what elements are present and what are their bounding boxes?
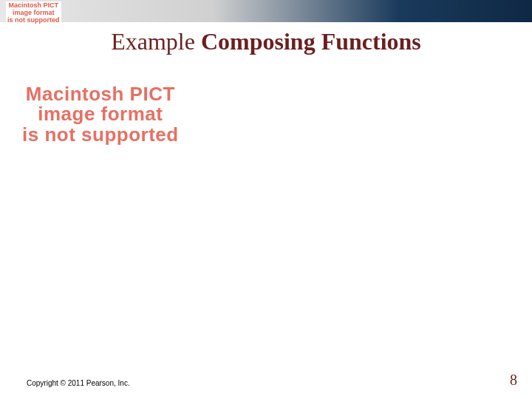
pict-error-small: Macintosh PICT image format is not suppo… [6,1,61,25]
pict-small-line3: is not supported [7,17,60,24]
pict-large-line1: Macintosh PICT [22,84,179,104]
title-light: Example [111,28,201,55]
pict-large-line3: is not supported [22,125,179,145]
copyright-text: Copyright © 2011 Pearson, Inc. [27,379,130,387]
slide-title: Example Composing Functions [0,28,532,55]
header-bar [0,0,532,22]
pict-error-large: Macintosh PICT image format is not suppo… [22,84,179,145]
title-bold: Composing Functions [201,28,421,55]
pict-large-line2: image format [22,104,179,124]
page-number: 8 [510,372,517,389]
